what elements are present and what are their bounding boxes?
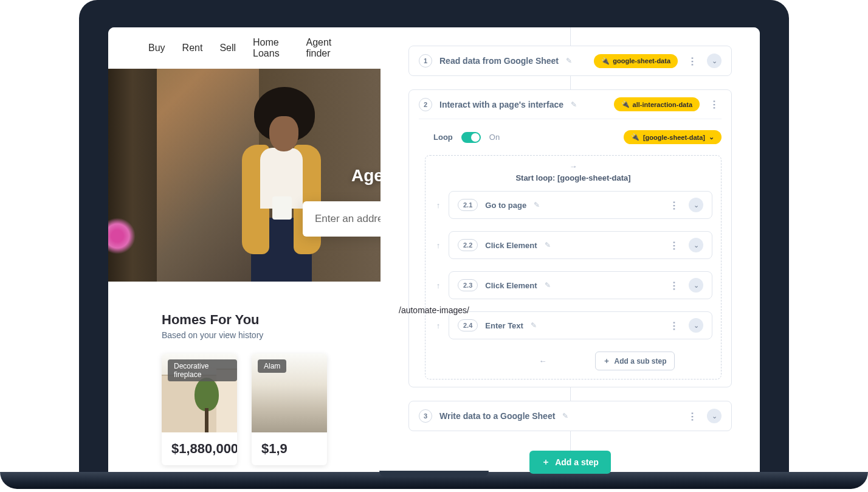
home-label: Decorative fireplace (168, 359, 237, 381)
loop-source-dropdown[interactable]: 🔌 [google-sheet-data] ⌄ (624, 130, 722, 144)
expand-button[interactable]: ⌄ (707, 54, 722, 68)
search-placeholder: Enter an addres (315, 213, 381, 225)
homes-subtitle: Based on your view history (162, 330, 327, 340)
loop-arrow-left-icon: ← (472, 356, 546, 366)
home-price: $1,880,000 (162, 432, 237, 465)
substep-title: Go to page (485, 201, 526, 210)
add-step-label: Add a step (555, 457, 599, 467)
loop-source: [google-sheet-data] (643, 134, 705, 141)
chevron-down-icon: ⌄ (712, 412, 717, 420)
loop-container: → Start loop: [google-sheet-data] ↑ 2.1 … (425, 155, 722, 379)
expand-button[interactable]: ⌄ (689, 238, 703, 252)
step-number: 2 (419, 98, 432, 111)
expand-button[interactable]: ⌄ (689, 198, 703, 212)
edit-icon[interactable]: ✎ (545, 281, 551, 289)
chevron-down-icon: ⌄ (694, 201, 699, 209)
substep-number: 2.4 (458, 319, 478, 331)
step-1: 1 Read data from Google Sheet ✎ 🔌 google… (408, 46, 732, 76)
home-card-2[interactable]: Alam $1,9 (252, 353, 327, 465)
more-icon[interactable]: ⋯ (709, 97, 720, 112)
plus-icon: ＋ (603, 356, 610, 366)
home-label: Alam (258, 359, 286, 373)
laptop-base (0, 472, 868, 489)
hero-image: Age Enter an addres (108, 69, 381, 282)
arrow-up-icon: ↑ (434, 321, 443, 330)
home-image: Alam (252, 353, 327, 432)
pill-label: google-sheet-data (613, 57, 670, 64)
substep-2-3: 2.3 Click Element ✎ ⋯ ⌄ (449, 271, 712, 299)
substep-2-2: 2.2 Click Element ✎ ⋯ ⌄ (449, 231, 712, 259)
laptop-frame: Buy Rent Sell Home Loans Agent finder (79, 0, 789, 474)
stray-path-text: /automate-images/ (399, 305, 469, 315)
step-number: 3 (419, 409, 432, 423)
add-substep-button[interactable]: ＋ Add a sub step (595, 352, 674, 370)
plug-icon: 🔌 (631, 133, 639, 141)
more-icon[interactable]: ⋯ (687, 54, 698, 68)
loop-start-label: Start loop: [google-sheet-data] (434, 173, 712, 182)
step-2: 2 Interact with a page's interface ✎ 🔌 a… (408, 89, 732, 387)
substep-number: 2.2 (458, 239, 478, 251)
pill-label: all-interaction-data (633, 101, 692, 108)
substep-2-4: 2.4 Enter Text ✎ ⋯ ⌄ (449, 311, 712, 339)
more-icon[interactable]: ⋯ (669, 318, 680, 333)
edit-icon[interactable]: ✎ (571, 100, 577, 109)
step-title: Interact with a page's interface (439, 100, 563, 109)
website-panel: Buy Rent Sell Home Loans Agent finder (108, 27, 381, 474)
expand-button[interactable]: ⌄ (707, 409, 722, 423)
chevron-down-icon: ⌄ (694, 282, 699, 289)
plus-icon: ＋ (542, 457, 550, 468)
edit-icon[interactable]: ✎ (566, 57, 572, 65)
loop-state: On (489, 133, 500, 142)
nav-bar: Buy Rent Sell Home Loans Agent finder (108, 27, 381, 69)
expand-button[interactable]: ⌄ (689, 278, 703, 293)
arrow-up-icon: ↑ (434, 241, 443, 250)
hero-title: Age (351, 166, 381, 185)
plug-icon: 🔌 (601, 57, 610, 65)
chevron-down-icon: ⌄ (694, 322, 699, 330)
nav-sell[interactable]: Sell (219, 43, 236, 54)
nav-buy[interactable]: Buy (148, 43, 165, 54)
loop-arrow-right-icon: → (434, 162, 712, 171)
loop-label: Loop (433, 133, 453, 142)
arrow-up-icon: ↑ (434, 281, 443, 290)
step-3: 3 Write data to a Google Sheet ✎ ⋯ ⌄ (408, 401, 732, 431)
more-icon[interactable]: ⋯ (687, 409, 698, 423)
step-title: Read data from Google Sheet (439, 56, 559, 66)
chevron-down-icon: ⌄ (712, 57, 717, 65)
search-input[interactable]: Enter an addres (303, 201, 381, 237)
home-price: $1,9 (252, 432, 327, 465)
step-title: Write data to a Google Sheet (439, 411, 555, 421)
chevron-down-icon: ⌄ (709, 133, 714, 141)
edit-icon[interactable]: ✎ (562, 412, 568, 420)
edit-icon[interactable]: ✎ (531, 321, 537, 330)
edit-icon[interactable]: ✎ (545, 241, 551, 249)
nav-rent[interactable]: Rent (182, 43, 203, 54)
step-output-pill[interactable]: 🔌 all-interaction-data (614, 97, 700, 111)
more-icon[interactable]: ⋯ (669, 278, 680, 293)
substep-number: 2.1 (458, 199, 478, 211)
loop-config: Loop On 🔌 [google-sheet-data] ⌄ (419, 119, 722, 149)
more-icon[interactable]: ⋯ (669, 238, 680, 252)
step-number: 1 (419, 54, 432, 68)
expand-button[interactable]: ⌄ (689, 318, 703, 333)
step-output-pill[interactable]: 🔌 google-sheet-data (594, 54, 678, 68)
screen: Buy Rent Sell Home Loans Agent finder (108, 27, 760, 474)
homes-section: Homes For You Based on your view history… (108, 282, 381, 465)
edit-icon[interactable]: ✎ (534, 201, 540, 209)
automation-panel: 1 Read data from Google Sheet ✎ 🔌 google… (381, 27, 760, 474)
more-icon[interactable]: ⋯ (669, 198, 680, 212)
add-sub-label: Add a sub step (614, 357, 666, 366)
home-image: Decorative fireplace (162, 353, 237, 432)
substep-title: Enter Text (485, 321, 523, 330)
arrow-up-icon: ↑ (434, 201, 443, 210)
loop-toggle[interactable] (461, 132, 481, 143)
nav-home-loans[interactable]: Home Loans (253, 37, 289, 59)
add-step-button[interactable]: ＋ Add a step (529, 451, 611, 474)
plug-icon: 🔌 (621, 100, 630, 108)
substep-number: 2.3 (458, 279, 478, 291)
substep-2-1: 2.1 Go to page ✎ ⋯ ⌄ (449, 191, 712, 219)
chevron-down-icon: ⌄ (694, 241, 699, 249)
nav-agent-finder[interactable]: Agent finder (306, 37, 340, 59)
substep-title: Click Element (485, 281, 537, 290)
home-card-1[interactable]: Decorative fireplace $1,880,000 (162, 353, 237, 465)
